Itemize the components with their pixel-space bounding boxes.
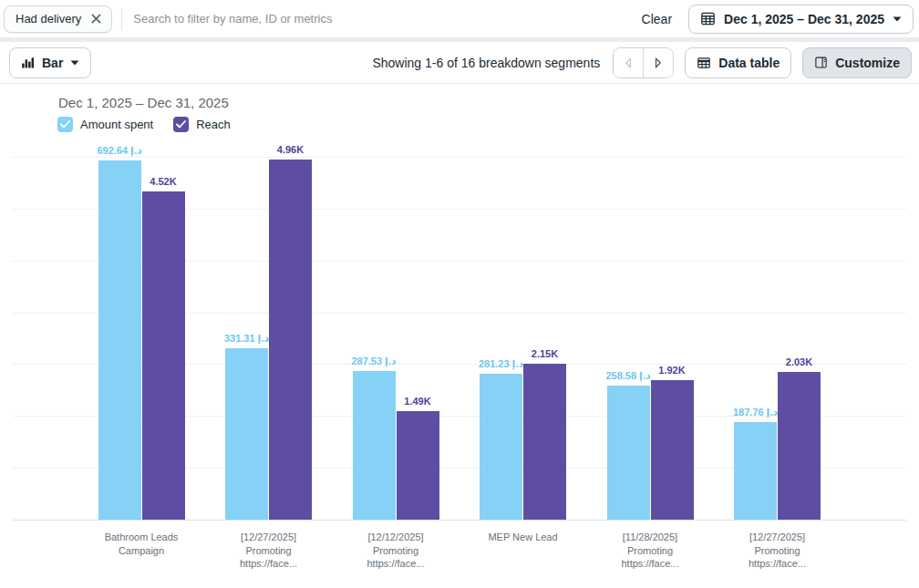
bar-value-label: 4.96K [236,144,346,155]
bar-value-label: 1.92K [617,365,727,376]
filter-chip-had-delivery[interactable]: Had delivery [4,5,112,33]
legend-item-amount-spent[interactable]: Amount spent [57,117,153,132]
data-table-button[interactable]: Data table [685,47,791,78]
chevron-down-icon [70,60,79,66]
bar-amount-spent[interactable] [225,348,268,520]
amount-spent-checkbox[interactable] [57,117,73,132]
data-table-label: Data table [718,56,780,70]
x-axis-line [13,520,906,521]
bar-amount-spent[interactable] [480,374,522,520]
clear-button[interactable]: Clear [633,6,681,32]
x-axis-label: [12/12/2025] Promoting https://face... [327,531,464,571]
chart-type-button[interactable]: Bar [9,47,91,78]
checkmark-icon [176,120,186,129]
divider [121,8,122,30]
bar-value-label: 287.53 د.إ [319,356,429,367]
bar-reach[interactable] [142,191,185,520]
customize-button[interactable]: Customize [802,47,912,78]
filter-bar: Had delivery Clear Dec 1, 2025 – Dec 31,… [0,0,919,37]
bar-amount-spent[interactable] [353,371,396,520]
bar-value-label: 2.15K [490,348,600,359]
legend-label-reach: Reach [196,118,231,131]
chevron-down-icon [893,16,902,22]
x-axis-label: MEP New Lead [455,531,592,544]
legend-label-amount-spent: Amount spent [80,118,153,131]
showing-segments-text: Showing 1-6 of 16 breakdown segments [372,56,600,70]
chart-title: Dec 1, 2025 – Dec 31, 2025 [58,95,229,110]
bar-reach[interactable] [523,364,566,520]
x-axis-label: [11/28/2025] Promoting https://face... [582,531,718,571]
close-icon[interactable] [90,13,102,25]
prev-page-button[interactable] [614,48,643,77]
prev-page-icon [625,57,632,68]
bar-value-label: 1.49K [363,396,472,407]
next-page-button[interactable] [644,48,673,77]
customize-panel-icon [814,56,828,69]
search-input[interactable] [133,12,632,26]
chart-legend: Amount spent Reach [57,117,231,132]
x-axis-label: [12/27/2025] Promoting https://face... [709,531,846,571]
x-axis-label: Bathroom Leads Campaign [73,531,210,557]
pagination [613,47,674,78]
bar-chart: 692.64 د.إ4.52KBathroom Leads Campaign33… [13,157,906,520]
reach-checkbox[interactable] [173,117,189,132]
bar-reach[interactable] [778,372,821,520]
legend-item-reach[interactable]: Reach [173,117,231,132]
chart-panel: Dec 1, 2025 – Dec 31, 2025 Amount spent … [0,84,919,588]
date-range-button[interactable]: Dec 1, 2025 – Dec 31, 2025 [688,5,914,34]
bar-reach[interactable] [397,411,439,520]
data-table-icon [697,56,711,70]
calendar-icon [700,11,716,26]
filter-chip-label: Had delivery [15,12,81,26]
bar-reach[interactable] [269,160,312,520]
bar-amount-spent[interactable] [607,386,650,520]
checkmark-icon [60,120,70,129]
bar-amount-spent[interactable] [98,160,141,520]
bar-amount-spent[interactable] [734,422,777,520]
date-range-label: Dec 1, 2025 – Dec 31, 2025 [724,12,884,26]
bar-reach[interactable] [651,380,694,520]
next-page-icon [655,57,662,68]
chart-toolbar: Bar Showing 1-6 of 16 breakdown segments [0,42,919,84]
x-axis-label: [12/27/2025] Promoting https://face... [201,531,337,571]
chart-type-label: Bar [42,56,63,70]
bar-value-label: 692.64 د.إ [65,145,174,157]
bar-value-label: 4.52K [108,176,218,187]
bar-value-label: 2.03K [745,356,854,367]
bar-chart-icon [21,56,35,69]
customize-label: Customize [835,56,900,70]
